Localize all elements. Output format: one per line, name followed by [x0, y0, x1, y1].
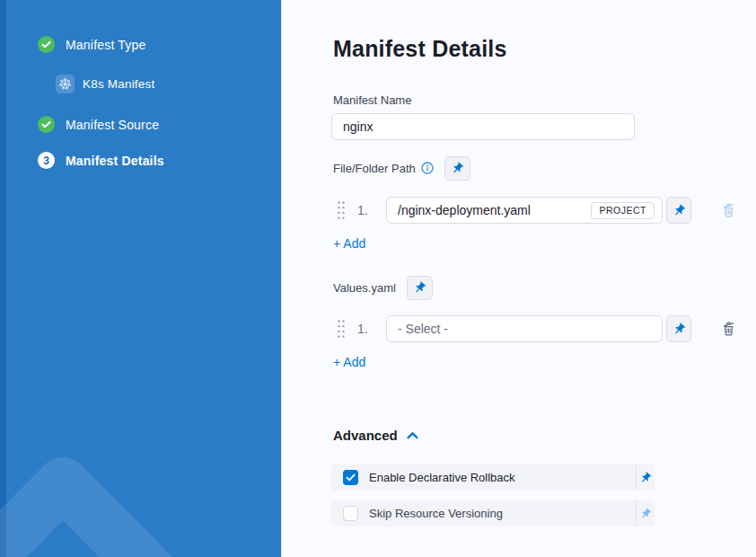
info-icon[interactable]: [421, 162, 434, 174]
advanced-label: Advanced: [333, 428, 398, 443]
manifest-details-panel: Manifest Details Manifest Name File/Fold…: [281, 0, 756, 557]
scope-badge: PROJECT: [591, 202, 655, 219]
step-number-badge: 3: [38, 152, 55, 169]
enable-declarative-rollback-option[interactable]: Enable Declarative Rollback: [331, 464, 636, 491]
file-folder-path-label: File/Folder Path: [333, 162, 416, 175]
substep-label: K8s Manifest: [83, 77, 154, 91]
file-path-row: 1. /nginx-deployment.yaml PROJECT: [337, 197, 737, 224]
select-placeholder: - Select -: [398, 322, 655, 336]
values-yaml-label: Values.yaml: [333, 281, 396, 295]
pin-runtime-input-button[interactable]: [666, 315, 691, 342]
row-index: 1.: [357, 322, 371, 336]
values-yaml-select[interactable]: - Select -: [386, 315, 663, 342]
page-title: Manifest Details: [333, 36, 507, 62]
delete-row-icon[interactable]: [720, 201, 737, 219]
advanced-section-toggle[interactable]: Advanced: [333, 428, 418, 443]
step-label: Manifest Type: [66, 38, 146, 52]
values-yaml-label-row: Values.yaml: [333, 275, 433, 300]
file-path-input[interactable]: /nginx-deployment.yaml PROJECT: [386, 197, 663, 224]
manifest-wizard: Manifest Type K8: [0, 0, 756, 557]
pin-runtime-input-button[interactable]: [637, 500, 655, 526]
option-row-declarative-rollback: Enable Declarative Rollback: [331, 464, 655, 491]
pin-runtime-input-button[interactable]: [637, 464, 655, 491]
step-manifest-details[interactable]: 3 Manifest Details: [38, 152, 164, 169]
pin-runtime-input-button[interactable]: [407, 276, 433, 300]
pin-runtime-input-button[interactable]: [666, 197, 691, 224]
skip-resource-versioning-option[interactable]: Skip Resource Versioning: [331, 500, 636, 526]
kubernetes-icon: [56, 75, 75, 93]
manifest-name-input[interactable]: [331, 113, 635, 140]
step-manifest-source[interactable]: Manifest Source: [38, 116, 159, 133]
step-manifest-type[interactable]: Manifest Type: [38, 36, 146, 53]
checkbox-checked-icon[interactable]: [343, 470, 358, 485]
delete-row-icon[interactable]: [720, 320, 737, 338]
file-path-value: /nginx-deployment.yaml: [398, 203, 591, 217]
row-index: 1.: [357, 203, 371, 217]
step-label: Manifest Details: [66, 154, 164, 168]
drag-handle-icon[interactable]: [337, 200, 346, 220]
wizard-sidebar: Manifest Type K8: [0, 0, 281, 557]
add-file-path-button[interactable]: + Add: [333, 236, 365, 251]
option-label: Enable Declarative Rollback: [369, 471, 515, 484]
step-label: Manifest Source: [66, 118, 159, 132]
option-label: Skip Resource Versioning: [369, 507, 503, 520]
harness-logo-watermark: [0, 368, 281, 557]
checkbox-unchecked-icon[interactable]: [343, 506, 358, 521]
check-circle-icon: [38, 36, 55, 53]
add-values-yaml-button[interactable]: + Add: [333, 355, 365, 369]
sidebar-accent-strip: [0, 0, 6, 557]
file-folder-path-label-row: File/Folder Path: [333, 155, 470, 181]
substep-k8s-manifest[interactable]: K8s Manifest: [56, 75, 154, 93]
pin-runtime-input-button[interactable]: [444, 156, 470, 181]
manifest-name-label: Manifest Name: [333, 93, 411, 107]
drag-handle-icon[interactable]: [337, 319, 346, 339]
values-yaml-row: 1. - Select -: [337, 315, 737, 342]
check-circle-icon: [38, 116, 55, 133]
option-row-skip-resource-versioning: Skip Resource Versioning: [331, 500, 655, 526]
chevron-up-icon: [407, 431, 418, 439]
